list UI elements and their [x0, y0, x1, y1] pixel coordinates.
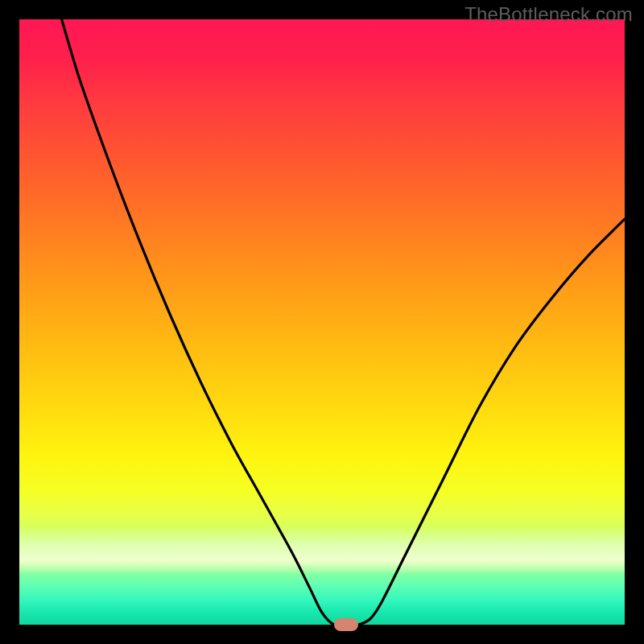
plot-area [19, 19, 625, 625]
chart-frame: TheBottleneck.com [0, 0, 644, 644]
curve-layer [19, 19, 625, 625]
watermark-text: TheBottleneck.com [464, 3, 633, 26]
bottleneck-curve [62, 19, 625, 625]
